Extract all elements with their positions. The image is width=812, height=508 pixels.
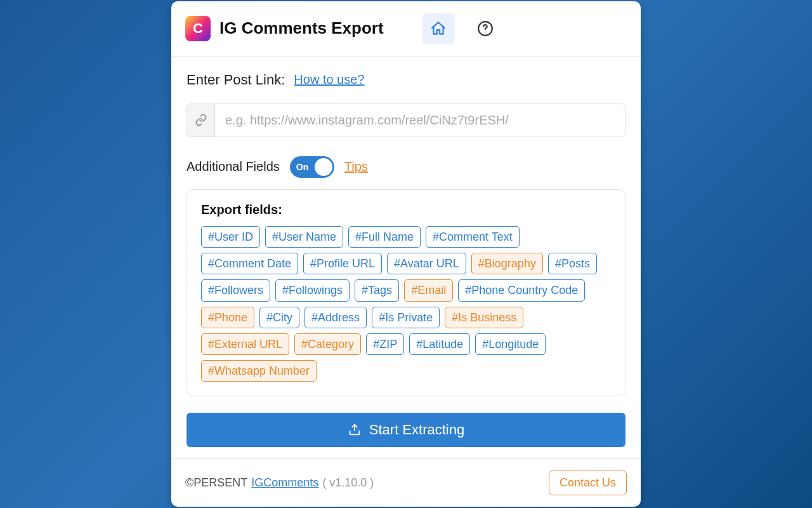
- link-addon: [187, 104, 215, 137]
- tips-link[interactable]: Tips: [344, 159, 368, 174]
- field-tag[interactable]: #Category: [294, 333, 361, 355]
- field-tag[interactable]: #Email: [404, 279, 453, 301]
- field-tag[interactable]: #External URL: [201, 333, 289, 355]
- field-tag[interactable]: #Biography: [471, 253, 543, 274]
- field-tag[interactable]: #Phone Country Code: [458, 279, 585, 301]
- field-tag[interactable]: #Whatsapp Number: [201, 360, 317, 382]
- field-tag[interactable]: #Is Private: [372, 307, 440, 328]
- field-tag[interactable]: #User Name: [265, 226, 343, 248]
- export-fields-tags: #User ID#User Name#Full Name#Comment Tex…: [201, 226, 611, 382]
- field-tag[interactable]: #Latitude: [409, 333, 470, 355]
- body: Enter Post Link: How to use? Additional …: [171, 57, 641, 459]
- field-tag[interactable]: #User ID: [201, 226, 260, 248]
- additional-fields-label: Additional Fields: [187, 159, 280, 174]
- export-fields-box: Export fields: #User ID#User Name#Full N…: [187, 189, 625, 397]
- post-link-input-group: [187, 104, 625, 137]
- footer-left: ©PERSENT IGComments ( v1.10.0 ): [185, 476, 374, 490]
- field-tag[interactable]: #Avatar URL: [387, 253, 466, 274]
- additional-fields-toggle[interactable]: On: [290, 156, 334, 178]
- field-tag[interactable]: #Posts: [548, 253, 597, 274]
- help-icon: [477, 20, 494, 37]
- how-to-use-link[interactable]: How to use?: [294, 72, 364, 87]
- toggle-state-text: On: [296, 162, 308, 172]
- start-extracting-button[interactable]: Start Extracting: [187, 413, 625, 447]
- post-link-row: Enter Post Link: How to use?: [187, 72, 625, 88]
- export-fields-title: Export fields:: [201, 203, 611, 217]
- help-button[interactable]: [469, 13, 502, 44]
- additional-fields-row: Additional Fields On Tips: [187, 156, 625, 178]
- field-tag[interactable]: #Profile URL: [303, 253, 382, 274]
- field-tag[interactable]: #Comment Text: [426, 226, 520, 248]
- export-icon: [348, 423, 362, 437]
- header: C IG Comments Export: [171, 1, 641, 57]
- field-tag[interactable]: #Phone: [201, 307, 254, 328]
- toggle-knob: [315, 158, 332, 176]
- field-tag[interactable]: #ZIP: [366, 333, 404, 355]
- version-text: ( v1.10.0 ): [322, 476, 374, 490]
- field-tag[interactable]: #Followers: [201, 279, 270, 301]
- field-tag[interactable]: #Tags: [355, 279, 399, 301]
- svg-point-1: [485, 31, 485, 32]
- field-tag[interactable]: #Is Business: [445, 307, 523, 328]
- field-tag[interactable]: #Address: [304, 307, 367, 328]
- field-tag[interactable]: #Followings: [275, 279, 350, 301]
- home-icon: [430, 20, 447, 37]
- field-tag[interactable]: #Full Name: [348, 226, 421, 248]
- app-logo: C: [185, 16, 211, 41]
- post-link-label: Enter Post Link:: [187, 72, 285, 88]
- home-button[interactable]: [422, 13, 455, 44]
- footer: ©PERSENT IGComments ( v1.10.0 ) Contact …: [171, 458, 641, 507]
- contact-us-button[interactable]: Contact Us: [549, 471, 627, 495]
- post-link-input[interactable]: [215, 104, 625, 137]
- field-tag[interactable]: #Longitude: [475, 333, 546, 355]
- copyright-text: ©PERSENT: [185, 476, 247, 490]
- app-title: IG Comments Export: [219, 18, 384, 38]
- start-extracting-label: Start Extracting: [369, 422, 464, 438]
- field-tag[interactable]: #Comment Date: [201, 253, 298, 274]
- link-icon: [195, 114, 207, 126]
- app-card: C IG Comments Export Enter Post Link: Ho…: [171, 1, 641, 507]
- brand-link[interactable]: IGComments: [251, 476, 318, 490]
- field-tag[interactable]: #City: [259, 307, 299, 328]
